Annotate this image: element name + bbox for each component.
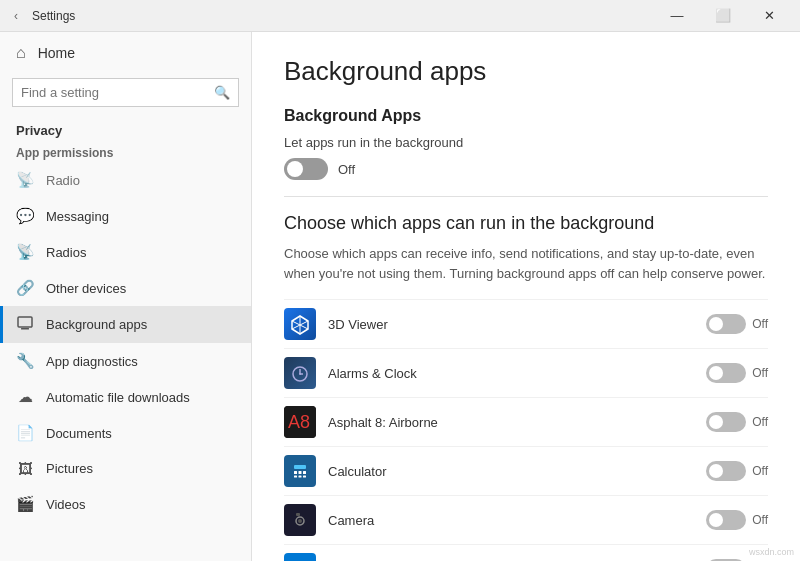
sidebar-item-documents-label: Documents — [46, 426, 112, 441]
divider — [284, 196, 768, 197]
app-toggle-camera[interactable] — [706, 510, 746, 530]
content-area: Background apps Background Apps Let apps… — [252, 32, 800, 561]
maximize-button[interactable]: ⬜ — [700, 0, 746, 32]
app-name-calculator: Calculator — [328, 464, 706, 479]
sidebar-item-pictures[interactable]: 🖼 Pictures — [0, 451, 251, 486]
app-toggle-label-calculator: Off — [752, 464, 768, 478]
back-button[interactable]: ‹ — [8, 7, 24, 25]
app-toggle-label-alarms-clock: Off — [752, 366, 768, 380]
app-permissions-title: App permissions — [0, 142, 251, 162]
app-row: Calculator Off — [284, 446, 768, 495]
app-toggle-label-3d-viewer: Off — [752, 317, 768, 331]
sidebar-item-videos-label: Videos — [46, 497, 86, 512]
app-toggle-group-asphalt: Off — [706, 412, 768, 432]
watermark: wsxdn.com — [749, 547, 794, 557]
sidebar-search-box[interactable]: 🔍 — [12, 78, 239, 107]
app-toggle-group-3d-viewer: Off — [706, 314, 768, 334]
app-toggle-calculator[interactable] — [706, 461, 746, 481]
app-row: 3D Viewer Off — [284, 299, 768, 348]
pictures-icon: 🖼 — [16, 460, 34, 477]
svg-rect-1 — [21, 328, 29, 330]
sidebar-item-background-apps[interactable]: Background apps — [0, 306, 251, 343]
automatic-downloads-icon: ☁ — [16, 388, 34, 406]
app-icon-calculator — [284, 455, 316, 487]
app-icon-asphalt: A8 — [284, 406, 316, 438]
app-toggle-knob — [709, 366, 723, 380]
background-apps-toggle[interactable] — [284, 158, 328, 180]
app-row: A8 Asphalt 8: Airborne Off — [284, 397, 768, 446]
app-toggle-knob — [709, 415, 723, 429]
sidebar-item-documents[interactable]: 📄 Documents — [0, 415, 251, 451]
app-name-3d-viewer: 3D Viewer — [328, 317, 706, 332]
sidebar-item-radios[interactable]: 📡 Radios — [0, 234, 251, 270]
documents-icon: 📄 — [16, 424, 34, 442]
title-bar-controls: — ⬜ ✕ — [654, 0, 792, 32]
search-icon: 🔍 — [214, 85, 230, 100]
section2-desc: Choose which apps can receive info, send… — [284, 244, 768, 283]
sidebar-item-pictures-label: Pictures — [46, 461, 93, 476]
sidebar-item-radios-label: Radios — [46, 245, 86, 260]
title-bar-nav: ‹ — [8, 7, 24, 25]
svg-rect-17 — [294, 476, 297, 478]
svg-point-22 — [298, 519, 302, 523]
minimize-button[interactable]: — — [654, 0, 700, 32]
section2-title: Choose which apps can run in the backgro… — [284, 213, 768, 234]
title-bar-title: Settings — [32, 9, 654, 23]
other-devices-icon: 🔗 — [16, 279, 34, 297]
app-list: 3D Viewer Off Alarms & Clock — [284, 299, 768, 561]
section1-title: Background Apps — [284, 107, 768, 125]
radios-icon: 📡 — [16, 243, 34, 261]
sidebar-item-videos[interactable]: 🎬 Videos — [0, 486, 251, 522]
radio-icon: 📡 — [16, 171, 34, 189]
svg-point-9 — [299, 373, 301, 375]
sidebar-item-messaging[interactable]: 💬 Messaging — [0, 198, 251, 234]
app-toggle-knob — [709, 317, 723, 331]
app-toggle-asphalt[interactable] — [706, 412, 746, 432]
section1-toggle-label: Off — [338, 162, 355, 177]
app-toggle-label-camera: Off — [752, 513, 768, 527]
home-icon: ⌂ — [16, 44, 26, 62]
app-toggle-alarms-clock[interactable] — [706, 363, 746, 383]
svg-text:A8: A8 — [288, 412, 310, 432]
videos-icon: 🎬 — [16, 495, 34, 513]
sidebar-privacy-title: Privacy — [0, 115, 251, 142]
sidebar-item-home[interactable]: ⌂ Home — [0, 32, 251, 74]
title-bar: ‹ Settings — ⬜ ✕ — [0, 0, 800, 32]
toggle-knob — [287, 161, 303, 177]
svg-rect-16 — [303, 471, 306, 474]
app-container: ⌂ Home 🔍 Privacy App permissions 📡 Radio… — [0, 32, 800, 561]
app-icon-cortana — [284, 553, 316, 561]
sidebar-item-other-devices-label: Other devices — [46, 281, 126, 296]
close-button[interactable]: ✕ — [746, 0, 792, 32]
choose-apps-section: Choose which apps can run in the backgro… — [284, 213, 768, 561]
app-row: Cortana Off — [284, 544, 768, 561]
sidebar-item-automatic-file-downloads[interactable]: ☁ Automatic file downloads — [0, 379, 251, 415]
app-row: Camera Off — [284, 495, 768, 544]
app-toggle-3d-viewer[interactable] — [706, 314, 746, 334]
background-apps-section: Background Apps Let apps run in the back… — [284, 107, 768, 180]
search-input[interactable] — [21, 85, 208, 100]
app-toggle-label-asphalt: Off — [752, 415, 768, 429]
sidebar: ⌂ Home 🔍 Privacy App permissions 📡 Radio… — [0, 32, 252, 561]
app-diagnostics-icon: 🔧 — [16, 352, 34, 370]
page-title: Background apps — [284, 56, 768, 87]
app-toggle-group-camera: Off — [706, 510, 768, 530]
app-toggle-knob — [709, 464, 723, 478]
app-name-alarms-clock: Alarms & Clock — [328, 366, 706, 381]
sidebar-item-other-devices[interactable]: 🔗 Other devices — [0, 270, 251, 306]
svg-rect-0 — [18, 317, 32, 327]
app-name-asphalt: Asphalt 8: Airborne — [328, 415, 706, 430]
svg-rect-15 — [299, 471, 302, 474]
sidebar-item-app-diagnostics[interactable]: 🔧 App diagnostics — [0, 343, 251, 379]
section1-toggle-row: Off — [284, 158, 768, 180]
sidebar-item-messaging-label: Messaging — [46, 209, 109, 224]
sidebar-item-radio-label: Radio — [46, 173, 80, 188]
app-row: Alarms & Clock Off — [284, 348, 768, 397]
sidebar-item-radio[interactable]: 📡 Radio — [0, 162, 251, 198]
sidebar-item-app-diagnostics-label: App diagnostics — [46, 354, 138, 369]
app-icon-3d-viewer — [284, 308, 316, 340]
svg-rect-18 — [299, 476, 302, 478]
app-toggle-group-calculator: Off — [706, 461, 768, 481]
sidebar-home-label: Home — [38, 45, 75, 61]
svg-rect-19 — [303, 476, 306, 478]
